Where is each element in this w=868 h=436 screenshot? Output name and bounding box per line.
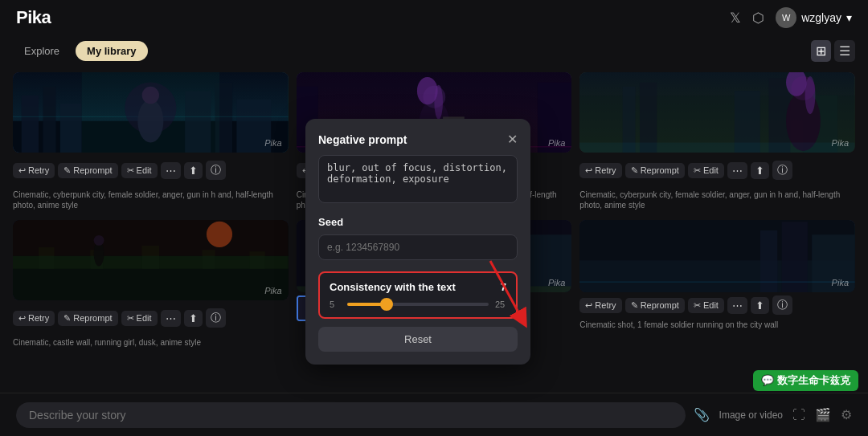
reprompt-button-4[interactable]: ✎ Reprompt [58, 311, 117, 326]
video-thumb-6[interactable]: Pika [579, 220, 855, 292]
edit-button-3[interactable]: ✂ Edit [688, 163, 724, 178]
watermark-1: Pika [264, 138, 281, 148]
seed-input[interactable] [318, 234, 518, 260]
expand-icon[interactable]: ⛶ [792, 408, 805, 422]
svg-rect-64 [782, 222, 808, 292]
svg-rect-21 [13, 220, 289, 256]
more-button-4[interactable]: ⋯ [161, 310, 181, 327]
share-button-6[interactable]: ⬆ [751, 297, 769, 314]
svg-point-59 [805, 76, 816, 114]
more-button-1[interactable]: ⋯ [161, 162, 181, 179]
view-toggle: ⊞ ☰ [811, 40, 855, 62]
video-card-3: Pika [579, 72, 855, 153]
username: wzglyay [801, 11, 841, 24]
reprompt-button-6[interactable]: ✎ Reprompt [625, 298, 685, 313]
prompt-bar: 📎 Image or video ⛶ 🎬 ⚙ [0, 393, 868, 436]
reprompt-button-3[interactable]: ✎ Reprompt [625, 163, 685, 178]
video-card-4: Pika [13, 220, 289, 300]
retry-button-4[interactable]: ↩ Retry [13, 311, 55, 326]
watermark-5: Pika [548, 278, 565, 287]
info-button-3[interactable]: ⓘ [772, 161, 792, 180]
video-actions-1: ↩ Retry ✎ Reprompt ✂ Edit ⋯ ⬆ ⓘ [13, 157, 289, 183]
more-button-6[interactable]: ⋯ [727, 297, 747, 314]
svg-rect-60 [579, 142, 855, 153]
slider-thumb[interactable] [380, 298, 393, 311]
edit-button-1[interactable]: ✂ Edit [121, 163, 158, 178]
prompt-bottom-icons: 📎 Image or video ⛶ 🎬 ⚙ [694, 407, 852, 422]
info-button-1[interactable]: ⓘ [206, 161, 226, 180]
settings-icon[interactable]: ⚙ [841, 407, 852, 422]
info-button-4[interactable]: ⓘ [206, 308, 226, 328]
prompt-input[interactable] [29, 409, 673, 422]
consistency-label: Consistency with the text [330, 281, 456, 293]
svg-rect-3 [43, 87, 55, 153]
chevron-down-icon: ▾ [846, 11, 852, 24]
video-column-1: Pika ↩ Retry ✎ Reprompt ✂ Edit ⋯ ⬆ ⓘ Cin… [13, 72, 289, 386]
video-desc-6: Cinematic shot, 1 female soldier running… [579, 318, 855, 332]
share-button-4[interactable]: ⬆ [184, 310, 203, 327]
popup-header: Negative prompt ✕ [318, 132, 518, 147]
video-mode-icon[interactable]: 🎬 [815, 407, 831, 422]
svg-point-22 [207, 222, 232, 247]
grid-view-button[interactable]: ⊞ [811, 40, 831, 62]
popup-title: Negative prompt [318, 133, 407, 146]
edit-button-4[interactable]: ✂ Edit [121, 311, 158, 326]
retry-button-1[interactable]: ↩ Retry [13, 163, 55, 178]
twitter-icon[interactable]: 𝕏 [730, 10, 741, 26]
video-thumb-3[interactable]: Pika [579, 72, 855, 153]
slider-row: 5 25 [330, 299, 506, 309]
watermark-2: Pika [548, 138, 565, 148]
share-button-1[interactable]: ⬆ [184, 162, 203, 179]
watermark-6: Pika [832, 278, 849, 287]
video-card-6: Pika [579, 220, 855, 292]
svg-rect-52 [640, 83, 657, 153]
svg-rect-2 [22, 96, 39, 153]
info-button-6[interactable]: ⓘ [772, 295, 792, 315]
video-desc-3: Cinematic, cyberpunk city, female soldie… [579, 188, 855, 212]
video-thumb-1[interactable]: Pika [13, 72, 289, 153]
video-desc-4: Cinematic, castle wall, running girl, du… [13, 336, 289, 349]
video-column-3: Pika ↩ Retry ✎ Reprompt ✂ Edit ⋯ ⬆ ⓘ Cin… [579, 72, 855, 386]
svg-rect-12 [82, 72, 219, 153]
tab-my-library[interactable]: My library [76, 41, 147, 61]
tab-explore[interactable]: Explore [13, 41, 71, 61]
share-button-3[interactable]: ⬆ [751, 162, 769, 179]
app-logo: Pika [16, 7, 51, 28]
retry-button-6[interactable]: ↩ Retry [579, 298, 621, 313]
consistency-header: Consistency with the text 7 [330, 281, 506, 293]
edit-button-6[interactable]: ✂ Edit [688, 298, 724, 313]
consistency-value: 7 [501, 281, 506, 293]
list-view-button[interactable]: ☰ [834, 40, 855, 62]
reprompt-button-1[interactable]: ✎ Reprompt [58, 163, 117, 178]
slider-max: 25 [495, 299, 506, 309]
seed-label: Seed [318, 216, 518, 228]
attach-label: Image or video [719, 410, 783, 421]
video-actions-4: ↩ Retry ✎ Reprompt ✂ Edit ⋯ ⬆ ⓘ [13, 305, 289, 331]
attach-icon[interactable]: 📎 [694, 407, 710, 422]
video-overlay-1 [13, 72, 289, 153]
popup-panel: Negative prompt ✕ blur, out of focus, di… [305, 119, 530, 365]
nav-tabs: Explore My library [13, 35, 148, 66]
topnav-icons: 𝕏 ⬡ W wzglyay ▾ [730, 7, 852, 28]
discord-icon[interactable]: ⬡ [752, 10, 764, 26]
retry-button-3[interactable]: ↩ Retry [579, 163, 621, 178]
more-button-3[interactable]: ⋯ [727, 162, 747, 179]
popup-close-button[interactable]: ✕ [507, 132, 518, 147]
user-menu[interactable]: W wzglyay ▾ [776, 7, 852, 28]
watermark-4: Pika [264, 286, 281, 295]
svg-point-24 [94, 235, 104, 246]
slider-track[interactable] [347, 303, 489, 306]
slider-min: 5 [330, 299, 341, 309]
negative-prompt-textarea[interactable]: blur, out of focus, distortion, deformat… [318, 155, 518, 203]
avatar: W [776, 7, 796, 28]
consistency-section: Consistency with the text 7 5 25 [318, 271, 518, 319]
svg-rect-63 [760, 230, 777, 292]
video-desc-1: Cinematic, cyberpunk city, female soldie… [13, 188, 289, 212]
prompt-input-wrap [16, 402, 686, 428]
svg-point-32 [434, 85, 443, 120]
video-thumb-4[interactable]: Pika [13, 220, 289, 300]
svg-rect-4 [60, 104, 82, 153]
watermark-3: Pika [832, 138, 849, 148]
video-actions-6: ↩ Retry ✎ Reprompt ✂ Edit ⋯ ⬆ ⓘ [579, 292, 855, 318]
reset-button[interactable]: Reset [318, 327, 518, 352]
